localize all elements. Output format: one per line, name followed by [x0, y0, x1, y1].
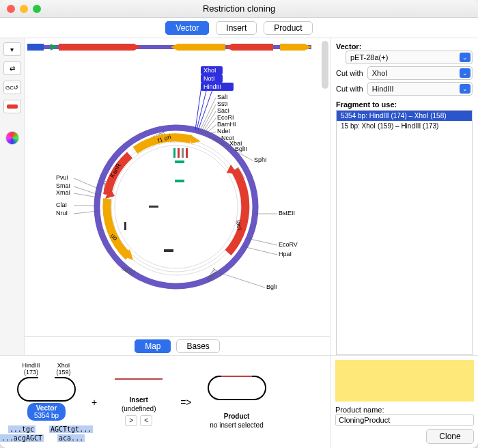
svg-point-11	[97, 128, 255, 286]
fragment-item[interactable]: 5354 bp: HindIII (174) – XhoI (158)	[337, 111, 472, 121]
canvas-scrollbar[interactable]	[322, 41, 328, 89]
clone-button[interactable]: Clone	[426, 429, 474, 444]
svg-text:ClaI[interactable]: ClaI	[56, 201, 67, 208]
svg-text:lacI: lacI	[235, 220, 243, 230]
vector-pill: Vector 5354 bp	[27, 403, 66, 421]
svg-rect-9	[280, 44, 305, 51]
fragment-item[interactable]: 15 bp: XhoI (159) – HindIII (173)	[337, 121, 472, 131]
svg-rect-34	[149, 206, 158, 208]
tool-annotate[interactable]	[3, 100, 21, 113]
vector-select[interactable]: pET-28a(+) ⌄	[346, 51, 473, 64]
enzyme-list-left: PvuI SmaI XmaI ClaI NruI	[56, 174, 100, 216]
svg-line-65	[243, 247, 277, 255]
svg-text:EcoRI[interactable]: EcoRI	[217, 114, 234, 121]
tool-color[interactable]	[5, 131, 19, 145]
svg-text:EcoRV[interactable]: EcoRV	[279, 241, 298, 248]
svg-rect-28	[173, 148, 175, 158]
insert-shift-left[interactable]: <	[140, 415, 152, 426]
arrow-icon: =>	[180, 397, 191, 408]
svg-text:BglII[interactable]: BglII	[235, 145, 247, 152]
window-title: Restriction cloning	[0, 3, 478, 14]
titlebar: Restriction cloning	[0, 0, 478, 18]
tab-bases[interactable]: Bases	[176, 339, 219, 353]
tool-gc[interactable]: GC↺	[3, 81, 21, 94]
svg-line-64	[247, 238, 277, 245]
plasmid-map[interactable]: |1000 |2000 |3000 |4000 |5000 f1 ori	[25, 38, 330, 336]
left-toolbar: ▾ ⇄ GC↺	[0, 38, 25, 355]
cut1-select[interactable]: XhoI ⌄	[367, 66, 473, 80]
fragment-label: Fragment to use:	[336, 100, 473, 109]
svg-text:SphI[interactable]: SphI	[254, 156, 267, 163]
tab-insert[interactable]: Insert	[216, 21, 257, 35]
product-diagram	[208, 376, 266, 400]
vector-diagram	[17, 377, 76, 402]
tab-vector[interactable]: Vector	[165, 21, 209, 35]
product-state: no insert selected	[210, 421, 263, 429]
svg-rect-1	[27, 44, 44, 51]
build-schematic: HindIII (173) XhoI (159) Vector 5354 bp …	[0, 356, 331, 448]
insert-title: Insert	[130, 396, 148, 404]
product-name-field[interactable]: CloningProduct	[335, 414, 474, 426]
svg-rect-7	[232, 44, 273, 51]
svg-marker-8	[225, 44, 232, 51]
insert-shift-right[interactable]: >	[125, 415, 137, 426]
svg-text:BamHI[interactable]: BamHI	[217, 121, 236, 128]
insert-diagram	[115, 378, 163, 380]
svg-line-75	[74, 211, 98, 214]
dropdown-caret-icon: ⌄	[460, 53, 470, 62]
cut2-label: Cut with	[336, 85, 363, 93]
cut2-select[interactable]: HindIII ⌄	[367, 82, 473, 96]
svg-text:HpaI[interactable]: HpaI	[279, 251, 292, 257]
enzyme-xhoi[interactable]: XhoI	[203, 67, 216, 74]
svg-text:BglI[interactable]: BglI	[266, 283, 277, 290]
svg-line-44	[201, 104, 216, 132]
svg-rect-29	[178, 148, 180, 158]
enzyme-hindiii[interactable]: HindIII	[203, 83, 221, 90]
svg-rect-3	[59, 44, 134, 51]
svg-marker-4	[134, 44, 141, 51]
svg-text:SacI[interactable]: SacI	[217, 107, 229, 114]
dropdown-caret-icon: ⌄	[460, 68, 470, 78]
tool-chevron[interactable]: ▾	[3, 42, 21, 56]
product-name-label: Product name:	[335, 406, 474, 414]
svg-text:SstI[interactable]: SstI	[217, 100, 228, 107]
svg-line-66	[219, 272, 265, 288]
svg-rect-36	[124, 222, 126, 230]
svg-marker-10	[305, 44, 311, 51]
insert-state: (undefined)	[122, 405, 156, 412]
svg-text:NdeI[interactable]: NdeI	[217, 128, 230, 135]
svg-text:XmaI[interactable]: XmaI	[56, 189, 70, 196]
svg-rect-35	[164, 249, 173, 252]
svg-line-72	[74, 186, 98, 195]
dropdown-caret-icon: ⌄	[460, 84, 470, 94]
svg-text:BstEII[interactable]: BstEII	[279, 210, 295, 216]
tab-product[interactable]: Product	[264, 21, 312, 35]
svg-marker-20	[191, 135, 201, 143]
svg-rect-30	[182, 148, 184, 158]
tool-swap[interactable]: ⇄	[3, 61, 21, 75]
svg-rect-33	[175, 180, 184, 182]
svg-line-73	[74, 193, 98, 197]
linear-feature	[51, 44, 311, 51]
product-preview	[335, 360, 474, 402]
tab-map[interactable]: Map	[135, 339, 171, 353]
svg-text:SmaI[interactable]: SmaI	[56, 182, 70, 189]
svg-line-71	[74, 178, 100, 189]
right-panel: Vector: pET-28a(+) ⌄ Cut with XhoI ⌄ Cut…	[331, 38, 478, 355]
svg-line-46	[203, 118, 216, 134]
svg-marker-2	[51, 44, 57, 51]
enzyme-noti[interactable]: NotI	[203, 75, 215, 82]
svg-point-14	[115, 145, 238, 268]
plus-sign: +	[92, 397, 97, 408]
svg-rect-31	[186, 148, 188, 158]
svg-rect-32	[175, 160, 184, 163]
svg-text:PvuI[interactable]: PvuI	[56, 174, 68, 181]
vector-label: Vector:	[336, 42, 473, 51]
svg-marker-6	[171, 44, 178, 51]
fragment-list[interactable]: 5354 bp: HindIII (174) – XhoI (158) 15 b…	[336, 110, 473, 355]
svg-text:SalI[interactable]: SalI	[217, 94, 228, 100]
svg-line-45	[202, 111, 216, 133]
svg-rect-5	[178, 44, 225, 51]
svg-text:NruI[interactable]: NruI	[56, 210, 68, 216]
product-title: Product	[224, 412, 250, 420]
